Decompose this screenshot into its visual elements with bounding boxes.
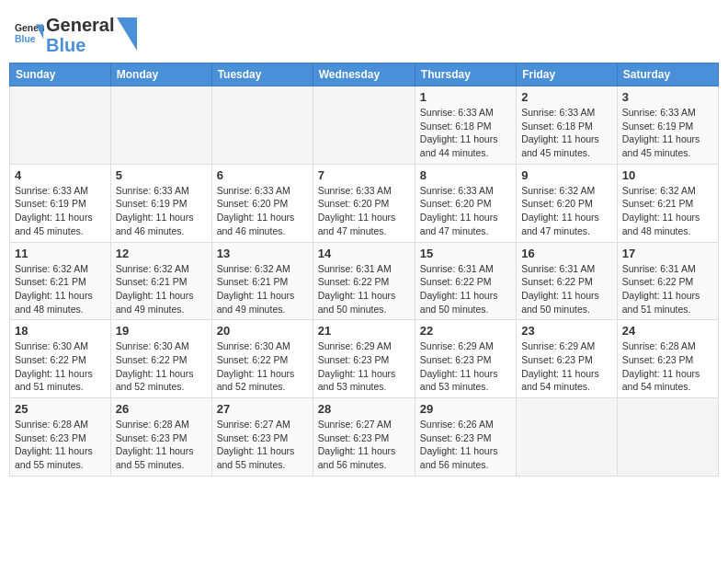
calendar-cell: 11Sunrise: 6:32 AM Sunset: 6:21 PM Dayli… xyxy=(10,242,111,320)
logo: General Blue General Blue xyxy=(13,15,137,55)
calendar-cell: 12Sunrise: 6:32 AM Sunset: 6:21 PM Dayli… xyxy=(110,242,211,320)
day-number: 28 xyxy=(318,402,410,416)
page-header: General Blue General Blue xyxy=(9,9,719,55)
day-info: Sunrise: 6:30 AM Sunset: 6:22 PM Dayligh… xyxy=(15,339,106,394)
calendar-cell: 8Sunrise: 6:33 AM Sunset: 6:20 PM Daylig… xyxy=(415,164,516,242)
day-info: Sunrise: 6:32 AM Sunset: 6:21 PM Dayligh… xyxy=(217,262,308,316)
day-number: 23 xyxy=(521,324,612,338)
day-info: Sunrise: 6:31 AM Sunset: 6:22 PM Dayligh… xyxy=(318,262,410,316)
calendar-week-1: 1Sunrise: 6:33 AM Sunset: 6:18 PM Daylig… xyxy=(10,86,719,165)
calendar-cell: 24Sunrise: 6:28 AM Sunset: 6:23 PM Dayli… xyxy=(617,320,718,398)
calendar-week-2: 4Sunrise: 6:33 AM Sunset: 6:19 PM Daylig… xyxy=(10,164,719,242)
calendar-cell: 7Sunrise: 6:33 AM Sunset: 6:20 PM Daylig… xyxy=(313,164,415,242)
day-number: 12 xyxy=(116,247,207,260)
day-info: Sunrise: 6:28 AM Sunset: 6:23 PM Dayligh… xyxy=(116,418,207,472)
calendar-cell xyxy=(110,86,211,165)
svg-marker-3 xyxy=(117,17,137,51)
day-info: Sunrise: 6:33 AM Sunset: 6:19 PM Dayligh… xyxy=(622,106,713,160)
calendar-cell: 26Sunrise: 6:28 AM Sunset: 6:23 PM Dayli… xyxy=(110,398,211,477)
day-number: 15 xyxy=(420,247,511,260)
calendar-cell: 19Sunrise: 6:30 AM Sunset: 6:22 PM Dayli… xyxy=(110,320,211,398)
day-number: 22 xyxy=(420,324,511,338)
day-info: Sunrise: 6:29 AM Sunset: 6:23 PM Dayligh… xyxy=(318,339,410,394)
calendar-cell xyxy=(211,86,313,165)
day-info: Sunrise: 6:31 AM Sunset: 6:22 PM Dayligh… xyxy=(420,262,511,316)
calendar-cell: 13Sunrise: 6:32 AM Sunset: 6:21 PM Dayli… xyxy=(211,242,313,320)
day-info: Sunrise: 6:33 AM Sunset: 6:19 PM Dayligh… xyxy=(116,184,207,238)
day-number: 1 xyxy=(420,90,511,104)
day-info: Sunrise: 6:27 AM Sunset: 6:23 PM Dayligh… xyxy=(318,418,410,472)
day-number: 14 xyxy=(318,247,410,260)
logo-blue: Blue xyxy=(46,35,114,55)
calendar-cell: 20Sunrise: 6:30 AM Sunset: 6:22 PM Dayli… xyxy=(211,320,313,398)
calendar-week-3: 11Sunrise: 6:32 AM Sunset: 6:21 PM Dayli… xyxy=(10,242,719,320)
day-number: 3 xyxy=(622,90,713,104)
calendar-cell: 23Sunrise: 6:29 AM Sunset: 6:23 PM Dayli… xyxy=(517,320,618,398)
calendar-cell: 22Sunrise: 6:29 AM Sunset: 6:23 PM Dayli… xyxy=(415,320,516,398)
day-number: 5 xyxy=(116,168,207,182)
day-info: Sunrise: 6:27 AM Sunset: 6:23 PM Dayligh… xyxy=(217,418,308,472)
logo-general: General xyxy=(46,15,114,35)
day-info: Sunrise: 6:31 AM Sunset: 6:22 PM Dayligh… xyxy=(521,262,612,316)
calendar-cell: 5Sunrise: 6:33 AM Sunset: 6:19 PM Daylig… xyxy=(110,164,211,242)
day-info: Sunrise: 6:31 AM Sunset: 6:22 PM Dayligh… xyxy=(622,262,713,316)
calendar-cell: 25Sunrise: 6:28 AM Sunset: 6:23 PM Dayli… xyxy=(10,398,111,477)
day-number: 8 xyxy=(420,168,511,182)
day-number: 9 xyxy=(521,168,612,182)
day-info: Sunrise: 6:26 AM Sunset: 6:23 PM Dayligh… xyxy=(420,418,511,472)
day-info: Sunrise: 6:30 AM Sunset: 6:22 PM Dayligh… xyxy=(217,339,308,394)
day-info: Sunrise: 6:28 AM Sunset: 6:23 PM Dayligh… xyxy=(15,418,106,472)
day-number: 2 xyxy=(521,90,612,104)
day-info: Sunrise: 6:32 AM Sunset: 6:20 PM Dayligh… xyxy=(521,184,612,238)
calendar-cell: 4Sunrise: 6:33 AM Sunset: 6:19 PM Daylig… xyxy=(10,164,111,242)
day-number: 24 xyxy=(622,324,713,338)
svg-text:Blue: Blue xyxy=(15,34,36,44)
day-info: Sunrise: 6:32 AM Sunset: 6:21 PM Dayligh… xyxy=(116,262,207,316)
logo-arrow-icon xyxy=(117,17,137,51)
weekday-header-sunday: Sunday xyxy=(10,63,111,86)
weekday-header-wednesday: Wednesday xyxy=(313,63,415,86)
day-number: 13 xyxy=(217,247,308,260)
calendar-cell: 6Sunrise: 6:33 AM Sunset: 6:20 PM Daylig… xyxy=(211,164,313,242)
logo-icon: General Blue xyxy=(15,18,44,48)
day-number: 11 xyxy=(15,247,106,260)
weekday-header-friday: Friday xyxy=(517,63,618,86)
day-number: 19 xyxy=(116,324,207,338)
day-info: Sunrise: 6:32 AM Sunset: 6:21 PM Dayligh… xyxy=(15,262,106,316)
calendar-cell: 2Sunrise: 6:33 AM Sunset: 6:18 PM Daylig… xyxy=(517,86,618,165)
day-info: Sunrise: 6:33 AM Sunset: 6:20 PM Dayligh… xyxy=(318,184,410,238)
calendar-cell: 28Sunrise: 6:27 AM Sunset: 6:23 PM Dayli… xyxy=(313,398,415,477)
day-number: 21 xyxy=(318,324,410,338)
day-number: 16 xyxy=(521,247,612,260)
weekday-header-saturday: Saturday xyxy=(617,63,718,86)
day-number: 18 xyxy=(15,324,106,338)
calendar-cell: 9Sunrise: 6:32 AM Sunset: 6:20 PM Daylig… xyxy=(517,164,618,242)
calendar-cell: 29Sunrise: 6:26 AM Sunset: 6:23 PM Dayli… xyxy=(415,398,516,477)
weekday-header-row: SundayMondayTuesdayWednesdayThursdayFrid… xyxy=(10,63,719,86)
weekday-header-monday: Monday xyxy=(110,63,211,86)
calendar-cell: 10Sunrise: 6:32 AM Sunset: 6:21 PM Dayli… xyxy=(617,164,718,242)
calendar-cell: 1Sunrise: 6:33 AM Sunset: 6:18 PM Daylig… xyxy=(415,86,516,165)
calendar-cell xyxy=(10,86,111,165)
calendar-cell xyxy=(313,86,415,165)
day-number: 17 xyxy=(622,247,713,260)
day-info: Sunrise: 6:33 AM Sunset: 6:20 PM Dayligh… xyxy=(217,184,308,238)
calendar-cell: 21Sunrise: 6:29 AM Sunset: 6:23 PM Dayli… xyxy=(313,320,415,398)
calendar-cell: 27Sunrise: 6:27 AM Sunset: 6:23 PM Dayli… xyxy=(211,398,313,477)
day-info: Sunrise: 6:32 AM Sunset: 6:21 PM Dayligh… xyxy=(622,184,713,238)
calendar-week-5: 25Sunrise: 6:28 AM Sunset: 6:23 PM Dayli… xyxy=(10,398,719,477)
calendar-cell: 3Sunrise: 6:33 AM Sunset: 6:19 PM Daylig… xyxy=(617,86,718,165)
day-info: Sunrise: 6:33 AM Sunset: 6:19 PM Dayligh… xyxy=(15,184,106,238)
day-number: 4 xyxy=(15,168,106,182)
calendar-cell: 18Sunrise: 6:30 AM Sunset: 6:22 PM Dayli… xyxy=(10,320,111,398)
calendar-cell: 15Sunrise: 6:31 AM Sunset: 6:22 PM Dayli… xyxy=(415,242,516,320)
calendar-cell xyxy=(617,398,718,477)
day-info: Sunrise: 6:33 AM Sunset: 6:18 PM Dayligh… xyxy=(420,106,511,160)
calendar-table: SundayMondayTuesdayWednesdayThursdayFrid… xyxy=(9,63,719,477)
day-number: 29 xyxy=(420,402,511,416)
day-number: 25 xyxy=(15,402,106,416)
day-number: 26 xyxy=(116,402,207,416)
calendar-cell: 16Sunrise: 6:31 AM Sunset: 6:22 PM Dayli… xyxy=(517,242,618,320)
day-number: 10 xyxy=(622,168,713,182)
day-number: 20 xyxy=(217,324,308,338)
